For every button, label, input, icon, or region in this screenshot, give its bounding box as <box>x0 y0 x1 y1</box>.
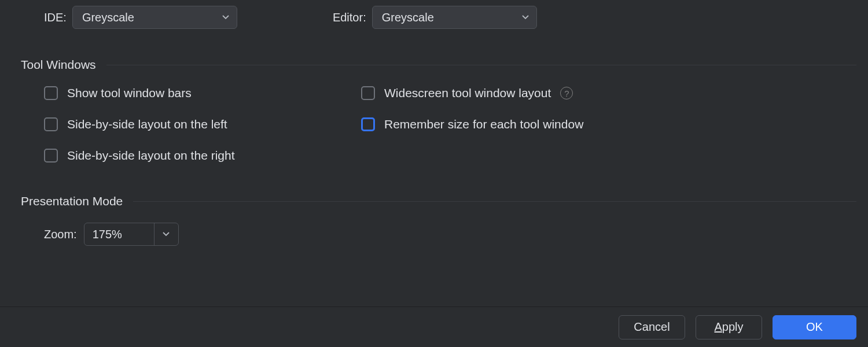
chevron-down-icon <box>222 13 230 21</box>
chevron-down-icon <box>521 13 529 21</box>
widescreen-layout-checkbox[interactable] <box>361 86 375 100</box>
ide-dropdown-value: Greyscale <box>82 11 134 24</box>
presentation-mode-title: Presentation Mode <box>21 194 123 208</box>
side-by-side-right-label[interactable]: Side-by-side layout on the right <box>67 149 235 163</box>
cancel-button[interactable]: Cancel <box>619 315 685 339</box>
side-by-side-right-checkbox[interactable] <box>44 149 58 163</box>
tool-windows-title: Tool Windows <box>21 58 96 72</box>
ide-label: IDE: <box>44 11 67 24</box>
side-by-side-left-label[interactable]: Side-by-side layout on the left <box>67 117 227 131</box>
zoom-dropdown-button[interactable] <box>154 223 178 245</box>
footer: Cancel Apply OK <box>0 307 868 347</box>
zoom-input[interactable]: 175% <box>84 223 154 245</box>
zoom-label: Zoom: <box>44 228 77 241</box>
ok-button[interactable]: OK <box>773 315 856 339</box>
show-tool-window-bars-checkbox[interactable] <box>44 86 58 100</box>
side-by-side-left-checkbox[interactable] <box>44 117 58 131</box>
section-divider <box>133 201 856 202</box>
apply-button[interactable]: Apply <box>696 315 762 339</box>
tool-windows-section-header: Tool Windows <box>21 58 856 72</box>
presentation-mode-section-header: Presentation Mode <box>21 194 856 208</box>
help-icon[interactable]: ? <box>560 87 573 99</box>
remember-size-checkbox[interactable] <box>361 117 375 131</box>
remember-size-label[interactable]: Remember size for each tool window <box>384 117 583 131</box>
ide-dropdown[interactable]: Greyscale <box>72 6 237 29</box>
editor-dropdown-value: Greyscale <box>382 11 434 24</box>
editor-label: Editor: <box>333 11 366 24</box>
show-tool-window-bars-label[interactable]: Show tool window bars <box>67 86 192 100</box>
section-divider <box>106 65 856 65</box>
chevron-down-icon <box>162 230 170 238</box>
widescreen-layout-label[interactable]: Widescreen tool window layout <box>384 86 551 100</box>
editor-dropdown[interactable]: Greyscale <box>372 6 537 29</box>
